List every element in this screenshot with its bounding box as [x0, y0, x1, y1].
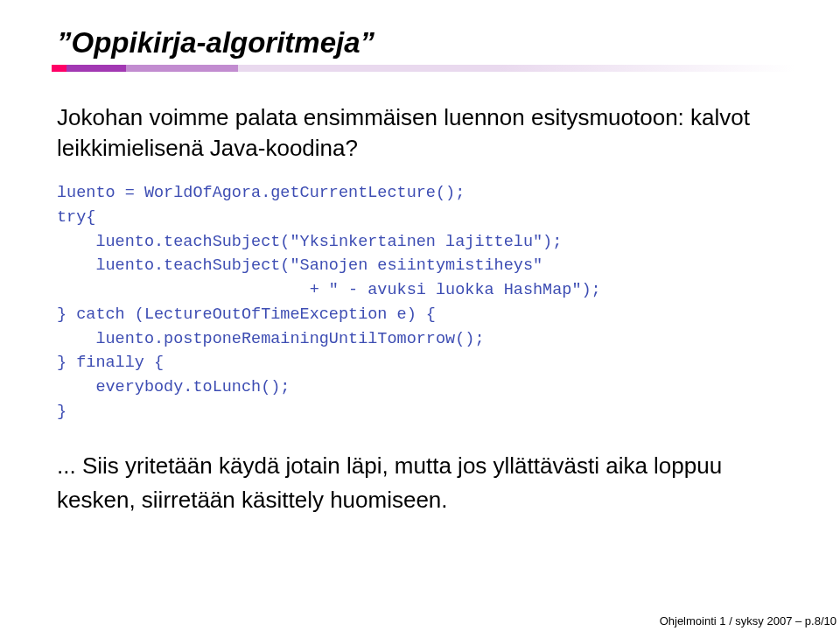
- slide-body: Jokohan voimme palata ensimmäisen luenno…: [48, 72, 792, 517]
- slide-title: ”Oppikirja-algoritmeja”: [48, 26, 792, 60]
- title-underline: [52, 65, 795, 72]
- slide-footer: Ohjelmointi 1 / syksy 2007 – p.8/10: [660, 614, 836, 627]
- outro-text: ... Siis yritetään käydä jotain läpi, mu…: [57, 449, 783, 517]
- code-block: luento = WorldOfAgora.getCurrentLecture(…: [57, 181, 783, 424]
- intro-text: Jokohan voimme palata ensimmäisen luenno…: [57, 102, 783, 164]
- slide: ”Oppikirja-algoritmeja” Jokohan voimme p…: [0, 0, 840, 638]
